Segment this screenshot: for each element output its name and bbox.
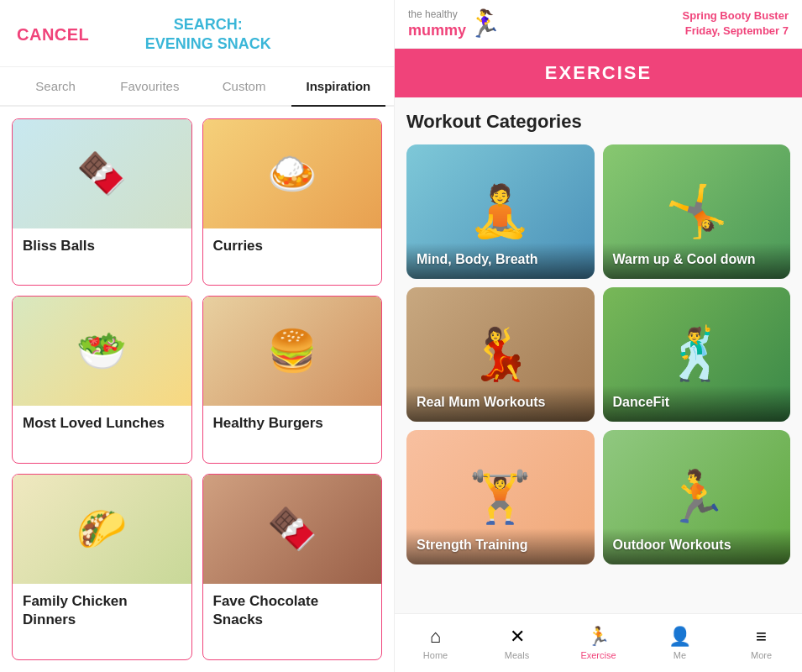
workout-card-dancefit[interactable]: 🕺DanceFit [603, 287, 791, 422]
more-nav-label: More [751, 650, 772, 660]
exercise-icon: 🏃 [587, 626, 610, 648]
dancefit-label: DanceFit [613, 394, 781, 412]
cancel-button[interactable]: CANCEL [17, 25, 89, 45]
most-loved-lunches-image: 🥗 [76, 328, 127, 375]
more-icon: ≡ [756, 626, 767, 648]
meals-icon: ✕ [510, 626, 525, 648]
fave-chocolate-snacks-label: Fave Chocolate Snacks [203, 584, 382, 638]
real-mum-workouts-label: Real Mum Workouts [417, 394, 584, 412]
home-nav-label: Home [423, 650, 448, 660]
left-panel: CANCEL SEARCH: EVENING SNACK SearchFavou… [0, 0, 395, 672]
tab-custom[interactable]: Custom [197, 67, 291, 105]
me-nav-label: Me [674, 650, 686, 660]
nav-item-home[interactable]: ⌂Home [395, 626, 476, 660]
fave-chocolate-snacks-image: 🍫 [267, 506, 317, 553]
food-card-bliss-balls[interactable]: 🍫Bliss Balls [12, 118, 192, 286]
workout-card-mind-body-breath[interactable]: 🧘Mind, Body, Breath [406, 144, 595, 279]
search-title: SEARCH: EVENING SNACK [89, 15, 327, 55]
workout-card-extra-1[interactable]: 🏋️Strength Training [406, 430, 595, 564]
food-grid: 🍫Bliss Balls🍛Curries🥗Most Loved Lunches🍔… [0, 107, 394, 672]
bottom-nav: ⌂Home✕Meals🏃Exercise👤Me≡More [395, 613, 802, 672]
extra-1-label: Strength Training [417, 537, 584, 554]
right-header: the healthy mummy 🏃‍♀️ Spring Booty Bust… [395, 0, 802, 49]
nav-item-me[interactable]: 👤Me [639, 626, 721, 660]
bliss-balls-image: 🍫 [76, 150, 127, 197]
section-title: Workout Categories [406, 111, 790, 133]
mind-body-breath-label: Mind, Body, Breath [417, 251, 584, 269]
brand-name: mummy [408, 22, 466, 39]
healthy-burgers-image: 🍔 [267, 328, 317, 375]
brand-logo: the healthy mummy 🏃‍♀️ [408, 8, 501, 39]
right-panel: the healthy mummy 🏃‍♀️ Spring Booty Bust… [395, 0, 802, 672]
most-loved-lunches-label: Most Loved Lunches [13, 406, 191, 441]
runner-icon: 🏃‍♀️ [468, 10, 501, 37]
me-icon: 👤 [668, 626, 691, 648]
brand-pre-text: the healthy [408, 8, 466, 22]
curries-label: Curries [203, 228, 382, 264]
extra-2-label: Outdoor Workouts [613, 537, 781, 554]
food-card-fave-chocolate-snacks[interactable]: 🍫Fave Chocolate Snacks [202, 474, 383, 660]
workout-card-real-mum-workouts[interactable]: 💃Real Mum Workouts [406, 287, 595, 422]
tab-search[interactable]: Search [8, 67, 102, 105]
healthy-burgers-label: Healthy Burgers [203, 406, 382, 441]
family-chicken-dinners-label: Family Chicken Dinners [13, 584, 191, 638]
workout-card-warm-up-cool-down[interactable]: 🤸Warm up & Cool down [603, 144, 791, 279]
nav-item-exercise[interactable]: 🏃Exercise [558, 626, 639, 660]
food-card-curries[interactable]: 🍛Curries [202, 118, 383, 286]
event-info: Spring Booty Buster Friday, September 7 [683, 8, 789, 39]
nav-item-meals[interactable]: ✕Meals [476, 626, 558, 660]
exercise-nav-label: Exercise [580, 650, 616, 660]
warm-up-cool-down-label: Warm up & Cool down [613, 251, 781, 269]
bliss-balls-label: Bliss Balls [13, 228, 191, 264]
exercise-banner: EXERCISE [395, 49, 802, 97]
home-icon: ⌂ [430, 626, 441, 648]
nav-item-more[interactable]: ≡More [721, 626, 802, 660]
food-card-most-loved-lunches[interactable]: 🥗Most Loved Lunches [12, 296, 192, 464]
family-chicken-dinners-image: 🌮 [76, 506, 127, 553]
left-header: CANCEL SEARCH: EVENING SNACK [0, 0, 394, 67]
right-content: Workout Categories 🧘Mind, Body, Breath🤸W… [395, 97, 802, 613]
tabs-row: SearchFavouritesCustomInspiration [0, 67, 394, 107]
food-card-family-chicken-dinners[interactable]: 🌮Family Chicken Dinners [12, 474, 192, 660]
food-card-healthy-burgers[interactable]: 🍔Healthy Burgers [202, 296, 383, 464]
tab-inspiration[interactable]: Inspiration [291, 67, 385, 107]
workout-grid: 🧘Mind, Body, Breath🤸Warm up & Cool down💃… [406, 144, 790, 573]
workout-card-extra-2[interactable]: 🏃Outdoor Workouts [603, 430, 791, 564]
tab-favourites[interactable]: Favourites [102, 67, 197, 105]
curries-image: 🍛 [267, 150, 317, 197]
meals-nav-label: Meals [505, 650, 529, 660]
